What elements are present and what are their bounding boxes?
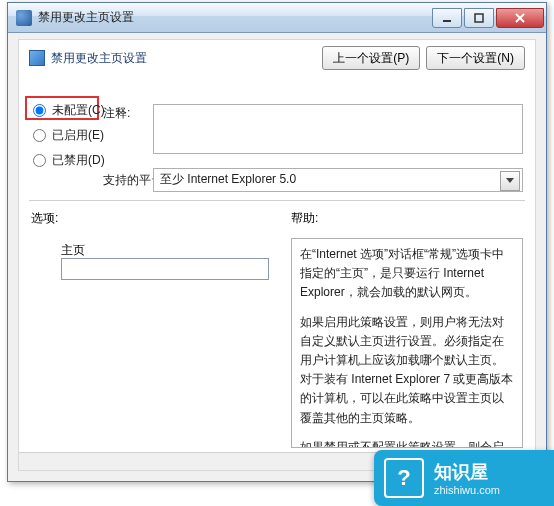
watermark-badge: ? 知识屋 zhishiwu.com <box>374 450 554 506</box>
dialog-window: 禁用更改主页设置 禁用更改主页设置 上一个设置(P) 下一个设置(N) 未配置(… <box>7 2 547 482</box>
radio-enabled-label: 已启用(E) <box>52 127 104 144</box>
radio-enabled-input[interactable] <box>33 129 46 142</box>
app-icon <box>16 10 32 26</box>
content-area: 禁用更改主页设置 上一个设置(P) 下一个设置(N) 未配置(C) 已启用(E)… <box>18 39 536 471</box>
radio-disabled-label: 已禁用(D) <box>52 152 105 169</box>
next-setting-button[interactable]: 下一个设置(N) <box>426 46 525 70</box>
question-icon: ? <box>384 458 424 498</box>
divider <box>29 200 525 201</box>
window-title: 禁用更改主页设置 <box>38 9 430 26</box>
radio-not-configured-input[interactable] <box>33 104 46 117</box>
window-controls <box>430 8 544 28</box>
titlebar: 禁用更改主页设置 <box>8 3 546 33</box>
radio-not-configured-label: 未配置(C) <box>52 102 105 119</box>
policy-icon <box>29 50 45 66</box>
help-label: 帮助: <box>291 210 318 227</box>
homepage-input[interactable] <box>61 258 269 280</box>
header-title: 禁用更改主页设置 <box>51 50 147 67</box>
radio-not-configured[interactable]: 未配置(C) <box>33 102 105 119</box>
help-pane: 在“Internet 选项”对话框“常规”选项卡中指定的“主页”，是只要运行 I… <box>291 238 523 448</box>
comment-textarea[interactable] <box>153 104 523 154</box>
maximize-button[interactable] <box>464 8 494 28</box>
svg-rect-1 <box>475 14 483 22</box>
minimize-button[interactable] <box>432 8 462 28</box>
homepage-label: 主页 <box>61 242 85 259</box>
prev-setting-button[interactable]: 上一个设置(P) <box>322 46 420 70</box>
config-radio-group: 未配置(C) 已启用(E) 已禁用(D) <box>33 102 105 169</box>
help-paragraph-1: 在“Internet 选项”对话框“常规”选项卡中指定的“主页”，是只要运行 I… <box>300 245 514 303</box>
close-button[interactable] <box>496 8 544 28</box>
radio-enabled[interactable]: 已启用(E) <box>33 127 105 144</box>
platform-value: 至少 Internet Explorer 5.0 <box>160 172 296 186</box>
header-row: 禁用更改主页设置 上一个设置(P) 下一个设置(N) <box>19 40 535 76</box>
badge-title: 知识屋 <box>434 460 500 484</box>
platform-dropdown[interactable]: 至少 Internet Explorer 5.0 <box>153 168 523 192</box>
help-paragraph-3: 如果禁用或不配置此策略设置，则会启用“主页”框，并且用户可以选择其各自的主页。 <box>300 438 514 448</box>
chevron-down-icon <box>506 178 514 183</box>
comment-label: 注释: <box>103 105 130 122</box>
badge-url: zhishiwu.com <box>434 484 500 496</box>
radio-disabled[interactable]: 已禁用(D) <box>33 152 105 169</box>
radio-disabled-input[interactable] <box>33 154 46 167</box>
options-label: 选项: <box>31 210 58 227</box>
help-paragraph-2: 如果启用此策略设置，则用户将无法对自定义默认主页进行设置。必须指定在用户计算机上… <box>300 313 514 428</box>
